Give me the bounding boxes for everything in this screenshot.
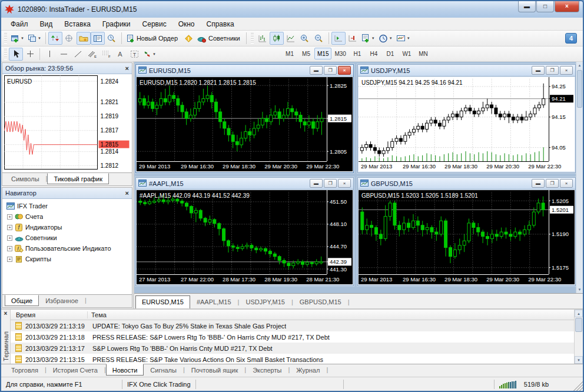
bar-chart-button[interactable] [256, 32, 270, 45]
minimize-button[interactable]: ▬ [518, 1, 536, 12]
tick-chart[interactable]: EURUSD1.28241.28211.28191.28171.28151.28… [2, 74, 132, 171]
templates-button[interactable]: ▼ [394, 32, 412, 45]
equidistant-channel-tool[interactable]: E [85, 48, 99, 61]
maximize-button[interactable]: □ [536, 1, 554, 12]
news-row-1[interactable]: 2013/03/29 21:13:19UPDATE: Tokyo Gas To … [11, 320, 574, 331]
timeframe-M30[interactable]: M30 [331, 48, 349, 59]
menu-item-Графики[interactable]: Графики [97, 19, 137, 29]
expand-icon[interactable]: + [7, 235, 12, 241]
chart-window-gbpusdm15[interactable]: GBPUSD,M15▬❐×1.52051.52011.51901.517529 … [357, 177, 576, 286]
chart-tab-4[interactable]: GBPUSD,M15 [293, 295, 348, 309]
terminal-tab-5[interactable]: Почтовый ящик [185, 364, 244, 376]
news-row-4[interactable]: 2013/03/29 21:13:15PRESS RELEASE: S&P Ta… [11, 354, 574, 364]
tree-item-5[interactable]: +Скрипты [4, 254, 132, 264]
chart-tab-3[interactable]: USDJPY,M15 [239, 295, 291, 309]
vertical-line-tool[interactable] [42, 48, 57, 61]
menu-item-Справка[interactable]: Справка [201, 19, 240, 29]
horizontal-line-tool[interactable] [57, 48, 71, 61]
chart-window-titlebar[interactable]: USDJPY,M15▬❐× [358, 65, 575, 77]
strategy-tester-button[interactable] [105, 32, 119, 45]
periods-button[interactable]: ▼ [377, 32, 394, 45]
chart-tab-2[interactable]: #AAPL,M15 [190, 295, 238, 309]
column-header-time[interactable]: Время [11, 311, 88, 318]
menu-item-Сервис[interactable]: Сервис [137, 19, 172, 29]
timeframe-D1[interactable]: D1 [382, 48, 399, 59]
chart-minimize-button[interactable]: ▬ [532, 179, 545, 188]
tree-item-root[interactable]: IFX Trader [4, 201, 132, 211]
close-button[interactable]: × [555, 1, 579, 12]
chart-restore-button[interactable]: ❐ [546, 66, 559, 75]
expand-icon[interactable]: + [7, 214, 12, 220]
navigator-tab-2[interactable]: Избранное [39, 295, 85, 306]
menu-item-Вставка[interactable]: Вставка [58, 19, 97, 29]
news-row-2[interactable]: 2013/03/29 21:13:18PRESS RELEASE: S&P Lo… [11, 331, 574, 343]
navigator-tab-1[interactable]: Общие [5, 295, 39, 306]
terminal-tab-3[interactable]: Новости [106, 364, 144, 376]
data-window-button[interactable] [62, 32, 77, 45]
arrows-tool[interactable]: ▼ [141, 48, 158, 61]
chart-window-titlebar[interactable]: #AAPL,M15▬❐× [136, 178, 353, 190]
cursor-tool[interactable] [9, 48, 23, 61]
scroll-up-icon[interactable]: ▲ [575, 310, 583, 317]
tree-item-4[interactable]: +fПользовательские Индикато [4, 243, 132, 254]
tree-item-1[interactable]: +Счета [4, 211, 132, 222]
chart-minimize-button[interactable]: ▬ [532, 66, 545, 75]
scroll-down-icon[interactable]: ▼ [576, 286, 583, 293]
chart-minimize-button[interactable]: ▬ [310, 179, 323, 188]
important-button[interactable]: ! [181, 32, 195, 45]
menu-item-Файл[interactable]: Файл [5, 19, 34, 29]
expand-icon[interactable]: + [7, 225, 12, 230]
terminal-scrollbar[interactable]: ▲ ▼ [574, 310, 583, 364]
fibonacci-tool[interactable]: F [99, 48, 113, 61]
chart-close-button[interactable]: × [560, 66, 573, 75]
timeframe-M15[interactable]: M15 [314, 48, 331, 59]
scroll-down-icon[interactable]: ▼ [575, 356, 583, 364]
resize-grip[interactable] [573, 381, 583, 391]
auto-scroll-button[interactable] [331, 32, 346, 45]
chart-restore-button[interactable]: ❐ [324, 179, 337, 188]
market-watch-toggle[interactable] [48, 32, 62, 45]
scrollbar-thumb[interactable] [577, 70, 582, 108]
candlestick-chart-button[interactable] [270, 32, 284, 45]
text-tool[interactable]: A [113, 48, 127, 61]
toolbar-grip[interactable] [4, 49, 7, 59]
navigator-toggle[interactable]: ★ [77, 32, 91, 45]
terminal-close-icon[interactable]: × [4, 310, 8, 317]
tree-item-2[interactable]: +fИндикаторы [4, 222, 132, 232]
terminal-toggle[interactable] [91, 32, 105, 45]
expand-icon[interactable]: + [7, 246, 12, 251]
chart-window-usdjpym15[interactable]: USDJPY,M15▬❐×94.2594.2194.1594.0529 Mar … [357, 64, 576, 173]
one-click-trading-cell[interactable]: IFX One Click Trading [122, 377, 195, 391]
zoom-in-button[interactable] [298, 32, 312, 45]
chart-window-titlebar[interactable]: GBPUSD,M15▬❐× [358, 178, 575, 190]
timeframe-H4[interactable]: H4 [366, 48, 382, 59]
chart-restore-button[interactable]: ❐ [324, 66, 337, 75]
chart-window-titlebar[interactable]: EURUSD,M15▬❐× [136, 65, 353, 77]
trendline-tool[interactable] [71, 48, 85, 61]
crosshair-tool[interactable] [23, 48, 37, 61]
market-watch-tab-1[interactable]: Символы [5, 173, 46, 184]
mdi-scrollbar[interactable]: ▲ ▼ [576, 62, 583, 293]
tree-item-3[interactable]: +Советники [4, 232, 132, 243]
toolbar-grip[interactable] [4, 33, 7, 44]
timeframe-M1[interactable]: M1 [281, 48, 298, 59]
terminal-tab-2[interactable]: История Счета [47, 364, 104, 376]
expand-icon[interactable]: + [7, 257, 12, 262]
chart-minimize-button[interactable]: ▬ [310, 66, 323, 75]
timeframe-H1[interactable]: H1 [349, 48, 366, 59]
terminal-tab-6[interactable]: Эксперты [246, 364, 288, 376]
news-row-3[interactable]: 2013/03/29 21:13:17S&P Lowers Rtg To 'BB… [11, 343, 574, 354]
chart-window-eurusdm15[interactable]: EURUSD,M15▬❐×1.28251.28151.280529 Mar 20… [135, 64, 354, 173]
menu-item-Окно[interactable]: Окно [172, 19, 201, 29]
chart-client-area[interactable]: 1.28251.28151.280529 Mar 201329 Mar 16:3… [137, 77, 353, 174]
line-chart-button[interactable] [284, 32, 298, 45]
indicators-button[interactable]: ▼ [360, 32, 377, 45]
zoom-out-button[interactable] [312, 32, 326, 45]
timeframe-M5[interactable]: M5 [298, 48, 314, 59]
timeframe-W1[interactable]: W1 [399, 48, 415, 59]
terminal-tab-1[interactable]: Торговля [5, 364, 45, 376]
column-header-topic[interactable]: Тема [88, 311, 107, 318]
toolbar-grip[interactable] [251, 33, 254, 44]
chart-window-aaplm15[interactable]: #AAPL,M15▬❐×451.50448.10444.70442.39441.… [135, 177, 354, 286]
chart-client-area[interactable]: 451.50448.10444.70442.39441.3027 Mar 201… [137, 190, 353, 287]
